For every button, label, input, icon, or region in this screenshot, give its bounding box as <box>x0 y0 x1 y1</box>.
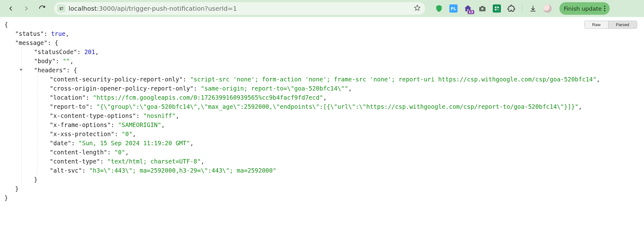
svg-rect-9 <box>495 9 497 10</box>
shield-icon[interactable] <box>435 4 443 13</box>
extensions-puzzle-icon[interactable] <box>507 4 516 13</box>
json-viewer: Raw Parsed { "status": true, "message": … <box>0 17 644 202</box>
json-message-close: } <box>3 184 641 193</box>
json-headers-open[interactable]: "headers": { <box>25 66 641 75</box>
json-row: "location": "https://fcm.googleapis.com/… <box>41 93 641 102</box>
svg-point-2 <box>62 8 63 8</box>
json-row: "statusCode": 201, <box>25 47 641 57</box>
kebab-menu-icon[interactable] <box>604 6 605 11</box>
reload-button[interactable] <box>36 3 48 14</box>
svg-point-4 <box>60 9 61 10</box>
json-row: "body": "", <box>25 57 641 66</box>
json-root-open[interactable]: { <box>3 20 641 29</box>
json-row: "x-frame-options": "SAMEORIGIN", <box>41 120 641 130</box>
json-headers-close: } <box>25 175 641 184</box>
toolbar-divider <box>522 4 522 13</box>
forward-button[interactable] <box>21 3 32 14</box>
extension-fl[interactable]: FL <box>449 4 458 13</box>
json-row: "cross-origin-opener-policy-report-only"… <box>41 84 641 93</box>
url-port: :3000 <box>97 5 115 12</box>
svg-rect-8 <box>497 7 499 8</box>
json-row: "content-security-policy-report-only": "… <box>41 75 641 84</box>
extension-home-icon[interactable]: 13 <box>464 4 472 13</box>
browser-toolbar: localhost:3000/api/trigger-push-notifica… <box>0 0 644 17</box>
extension-qr-icon[interactable] <box>492 4 501 13</box>
url-host: localhost <box>69 5 97 12</box>
json-root-close: } <box>3 193 641 202</box>
collapse-toggle-icon[interactable] <box>19 69 23 71</box>
url-path: /api/trigger-push-notification?userId=1 <box>115 5 237 12</box>
extensions-row: FL 13 Finish update <box>435 2 610 15</box>
json-row: "x-content-type-options": "nosniff", <box>41 111 641 120</box>
finish-update-button[interactable]: Finish update <box>559 2 610 15</box>
svg-rect-7 <box>495 7 497 8</box>
svg-rect-11 <box>498 10 499 10</box>
profile-avatar[interactable] <box>543 4 552 13</box>
downloads-icon[interactable] <box>529 4 537 13</box>
svg-rect-10 <box>497 9 498 9</box>
url-text: localhost:3000/api/trigger-push-notifica… <box>69 5 411 12</box>
json-row: "date": "Sun, 15 Sep 2024 11:19:20 GMT", <box>41 139 641 148</box>
extension-home-badge: 13 <box>468 10 474 14</box>
json-row: "content-type": "text/html; charset=UTF-… <box>41 157 641 166</box>
bookmark-star-icon[interactable] <box>414 4 421 13</box>
address-bar[interactable]: localhost:3000/api/trigger-push-notifica… <box>54 2 425 15</box>
json-row: "status": true, <box>3 29 641 38</box>
json-row: "alt-svc": "h3=\":443\"; ma=2592000,h3-2… <box>41 166 641 175</box>
site-info-icon[interactable] <box>57 4 65 13</box>
nav-arrows <box>5 3 48 14</box>
finish-update-label: Finish update <box>564 5 602 12</box>
json-row: "content-length": "0", <box>41 148 641 157</box>
svg-point-6 <box>481 8 483 10</box>
camera-icon[interactable] <box>478 4 487 13</box>
svg-marker-5 <box>414 5 420 10</box>
json-row: "x-xss-protection": "0", <box>41 130 641 139</box>
extension-fl-label: FL <box>449 4 458 13</box>
json-message-open[interactable]: "message": { <box>3 38 641 47</box>
json-row: "report-to": "{\"group\":\"goa-520bfc14\… <box>41 102 641 111</box>
back-button[interactable] <box>5 3 16 14</box>
